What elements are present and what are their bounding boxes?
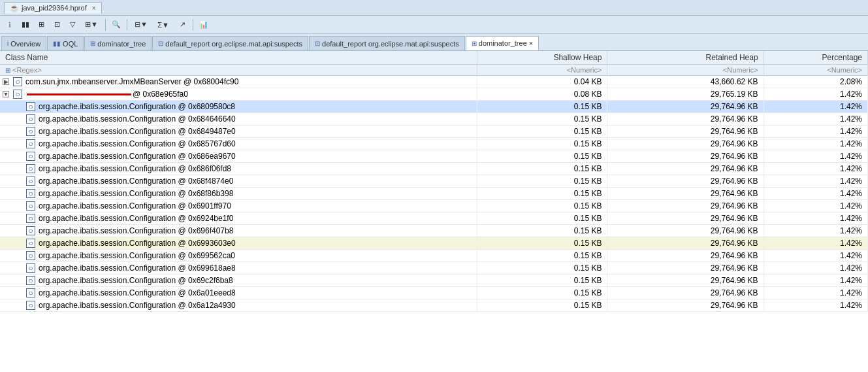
table-row[interactable]: Oorg.apache.ibatis.session.Configuration… [0,287,868,299]
tab-dominator2-label: dominator_tree [479,39,527,47]
cell-retained-heap: 29,764.96 KB [607,188,764,200]
col-header-shallow-heap[interactable]: Shallow Heap [477,51,607,65]
cell-class-name: Oorg.apache.ibatis.session.Configuration… [0,138,477,150]
tab-oql[interactable]: ▮▮ OQL [47,36,84,50]
data-table: Class Name Shallow Heap Retained Heap Pe… [0,51,868,312]
tab-dominator2[interactable]: ⊞ dominator_tree × [466,36,539,50]
cell-retained-heap: 29,764.96 KB [607,126,764,138]
group-dropdown[interactable]: ⊞▼ [81,18,102,32]
tab-overview[interactable]: i Overview [1,36,46,50]
cell-retained-heap: 29,764.96 KB [607,287,764,299]
tab-default-report1[interactable]: ⊡ default_report org.eclipse.mat.api:sus… [152,36,308,50]
row-name-text: org.apache.ibatis.session.Configuration … [39,201,231,211]
row-name-text: org.apache.ibatis.session.Configuration … [39,301,236,310]
table-button[interactable]: ⊞ [34,18,48,32]
row-name-text: org.apache.ibatis.session.Configuration … [39,164,231,173]
info-button[interactable]: i [3,18,17,32]
tab-dominator1-label: dominator_tree [97,40,146,48]
chart-button[interactable]: 📊 [197,18,211,32]
file-tab[interactable]: ☕ java_pid29364.hprof × [4,2,102,14]
query-button[interactable]: ⊡ [50,18,64,32]
object-icon: O [26,164,35,173]
expand-button[interactable]: ▼ [3,91,9,97]
object-icon: O [26,214,35,223]
calc-dropdown[interactable]: Σ▼ [153,18,174,32]
cell-class-name: Oorg.apache.ibatis.session.Configuration… [0,188,477,200]
table-wrapper[interactable]: Class Name Shallow Heap Retained Heap Pe… [0,51,868,372]
cell-retained-heap: 29,764.96 KB [607,101,764,113]
table-row[interactable]: Oorg.apache.ibatis.session.Configuration… [0,212,868,225]
table-body: ▶Ocom.sun.jmx.mbeanserver.JmxMBeanServer… [0,76,868,312]
cell-class-name: Oorg.apache.ibatis.session.Configuration… [0,250,477,262]
table-row[interactable]: Oorg.apache.ibatis.session.Configuration… [0,113,868,126]
cell-retained-heap: 29,764.96 KB [607,200,764,212]
cell-percentage: 1.42% [764,237,867,250]
tab-report1-label: default_report org.eclipse.mat.api:suspe… [165,40,302,48]
cell-class-name: Oorg.apache.ibatis.session.Configuration… [0,163,477,175]
table-row[interactable]: Oorg.apache.ibatis.session.Configuration… [0,200,868,212]
table-row[interactable]: ▼O@ 0x68e965fa00.08 KB29,765.19 KB1.42% [0,88,868,101]
cell-percentage: 1.42% [764,212,867,225]
table-row[interactable]: Oorg.apache.ibatis.session.Configuration… [0,138,868,150]
tab-default-report2[interactable]: ⊡ default_report org.eclipse.mat.api:sus… [309,36,465,50]
col-header-percentage[interactable]: Percentage [764,51,867,65]
cell-retained-heap: 29,764.96 KB [607,150,764,163]
table-row[interactable]: Oorg.apache.ibatis.session.Configuration… [0,101,868,113]
table-row[interactable]: ▶Ocom.sun.jmx.mbeanserver.JmxMBeanServer… [0,76,868,88]
table-row[interactable]: Oorg.apache.ibatis.session.Configuration… [0,237,868,250]
file-tab-label: java_pid29364.hprof [22,4,87,12]
barcount-button[interactable]: ▮▮ [18,18,33,32]
cell-retained-heap: 29,764.96 KB [607,275,764,287]
tab-oql-label: OQL [63,40,78,48]
row-name-text: org.apache.ibatis.session.Configuration … [39,189,233,198]
row-name-text: org.apache.ibatis.session.Configuration … [39,139,236,148]
cell-shallow-heap: 0.15 KB [477,113,607,126]
filter-retained[interactable]: <Numeric> [607,65,764,76]
col-header-retained-heap[interactable]: Retained Heap [607,51,764,65]
cell-class-name: Oorg.apache.ibatis.session.Configuration… [0,113,477,126]
cell-class-name: Oorg.apache.ibatis.session.Configuration… [0,225,477,237]
layout-dropdown[interactable]: ⊟▼ [131,18,152,32]
table-row[interactable]: Oorg.apache.ibatis.session.Configuration… [0,262,868,275]
tab-dominator1[interactable]: ⊞ dominator_tree [84,36,152,50]
cell-retained-heap: 29,764.96 KB [607,237,764,250]
table-row[interactable]: Oorg.apache.ibatis.session.Configuration… [0,250,868,262]
separator-1 [105,19,106,31]
table-row[interactable]: Oorg.apache.ibatis.session.Configuration… [0,188,868,200]
expand-button[interactable]: ▶ [3,78,9,85]
table-row[interactable]: Oorg.apache.ibatis.session.Configuration… [0,275,868,287]
filter-shallow[interactable]: <Numeric> [477,65,607,76]
export-button[interactable]: ↗ [175,18,189,32]
object-icon: O [26,239,35,248]
object-icon: O [26,127,35,136]
cell-shallow-heap: 0.04 KB [477,76,607,88]
filter-button[interactable]: ▽ [65,18,80,32]
row-name-text: org.apache.ibatis.session.Configuration … [39,239,236,248]
title-bar: ☕ java_pid29364.hprof × [0,0,868,16]
row-name-text: org.apache.ibatis.session.Configuration … [39,177,233,186]
tab-dominator2-close[interactable]: × [529,39,533,47]
cell-retained-heap: 29,764.96 KB [607,262,764,275]
table-row[interactable]: Oorg.apache.ibatis.session.Configuration… [0,175,868,188]
search-button[interactable]: 🔍 [109,18,123,32]
table-row[interactable]: Oorg.apache.ibatis.session.Configuration… [0,225,868,237]
cell-retained-heap: 29,764.96 KB [607,225,764,237]
cell-shallow-heap: 0.15 KB [477,299,607,312]
table-row[interactable]: Oorg.apache.ibatis.session.Configuration… [0,126,868,138]
cell-percentage: 1.42% [764,175,867,188]
close-icon[interactable]: × [92,5,96,12]
table-row[interactable]: Oorg.apache.ibatis.session.Configuration… [0,163,868,175]
table-row[interactable]: Oorg.apache.ibatis.session.Configuration… [0,299,868,312]
row-name-text: @ 0x68e965fa0 [25,90,188,99]
cell-retained-heap: 29,764.96 KB [607,175,764,188]
toolbar: i ▮▮ ⊞ ⊡ ▽ ⊞▼ 🔍 ⊟▼ Σ▼ ↗ 📊 [0,16,868,34]
cell-shallow-heap: 0.15 KB [477,101,607,113]
separator-3 [193,19,193,31]
filter-pct[interactable]: <Numeric> [764,65,867,76]
col-header-class-name[interactable]: Class Name [0,51,477,65]
table-row[interactable]: Oorg.apache.ibatis.session.Configuration… [0,150,868,163]
cell-percentage: 1.42% [764,287,867,299]
filter-class-name[interactable]: ⊞ <Regex> [0,65,477,76]
cell-shallow-heap: 0.15 KB [477,126,607,138]
cell-class-name: Oorg.apache.ibatis.session.Configuration… [0,262,477,275]
